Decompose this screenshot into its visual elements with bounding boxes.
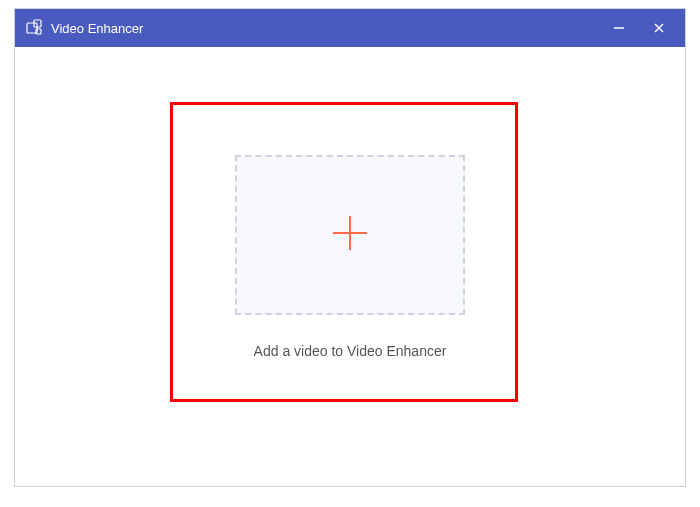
content-area: Add a video to Video Enhancer xyxy=(15,47,685,486)
dropzone-label: Add a video to Video Enhancer xyxy=(254,343,447,359)
app-title: Video Enhancer xyxy=(51,21,609,36)
window-controls xyxy=(609,18,669,38)
plus-icon xyxy=(329,212,371,258)
titlebar: Video Enhancer xyxy=(15,9,685,47)
app-icon xyxy=(25,19,43,37)
close-button[interactable] xyxy=(649,18,669,38)
app-window: Video Enhancer xyxy=(14,8,686,487)
minimize-button[interactable] xyxy=(609,18,629,38)
dropzone-wrap: Add a video to Video Enhancer xyxy=(235,175,465,359)
add-video-dropzone[interactable] xyxy=(235,155,465,315)
